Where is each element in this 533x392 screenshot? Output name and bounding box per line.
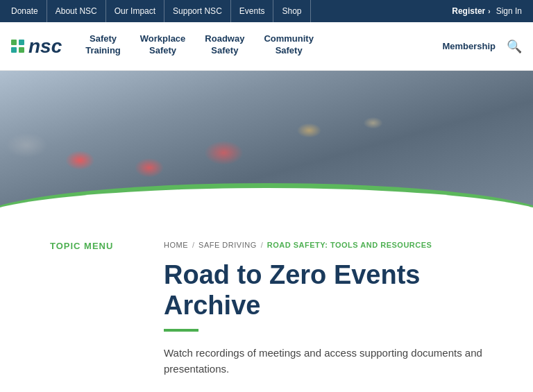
utility-bar: Donate About NSC Our Impact Support NSC … <box>0 0 533 22</box>
register-label: Register <box>452 6 485 16</box>
logo-dot-2 <box>19 40 24 45</box>
logo-dot-1 <box>11 40 17 45</box>
hero-section <box>0 71 533 220</box>
logo[interactable]: nsc <box>11 35 62 58</box>
search-button[interactable]: 🔍 <box>507 39 522 54</box>
main-nav: nsc SafetyTraining WorkplaceSafety Roadw… <box>0 22 533 71</box>
shop-link[interactable]: Shop <box>273 0 310 22</box>
signin-link[interactable]: Sign In <box>496 6 522 16</box>
breadcrumb-sep-1: / <box>192 241 194 249</box>
page-description: Watch recordings of meetings and access … <box>164 346 508 377</box>
main-content: Home / Safe Driving / Road Safety: Tools… <box>136 241 508 392</box>
content-area: TOPIC MENU Home / Safe Driving / Road Sa… <box>0 220 533 392</box>
nav-items: SafetyTraining WorkplaceSafety RoadwaySa… <box>76 22 442 71</box>
title-underline <box>164 329 198 332</box>
logo-text: nsc <box>28 35 62 58</box>
events-link[interactable]: Events <box>231 0 274 22</box>
breadcrumb-current: Road Safety: Tools and Resources <box>267 241 432 249</box>
logo-dot-3 <box>11 47 17 53</box>
logo-grid <box>11 40 24 53</box>
page-title: Road to Zero Events Archive <box>164 260 508 321</box>
nav-safety-training[interactable]: SafetyTraining <box>76 22 130 71</box>
utility-bar-left: Donate About NSC Our Impact Support NSC … <box>11 0 452 22</box>
content-with-sidebar: TOPIC MENU Home / Safe Driving / Road Sa… <box>0 220 533 392</box>
breadcrumb-safe-driving[interactable]: Safe Driving <box>198 241 257 249</box>
nav-membership[interactable]: Membership <box>442 41 496 51</box>
donate-link[interactable]: Donate <box>11 0 47 22</box>
support-nsc-link[interactable]: Support NSC <box>164 0 231 22</box>
utility-bar-right: Register › Sign In <box>452 6 522 16</box>
breadcrumb: Home / Safe Driving / Road Safety: Tools… <box>164 241 508 249</box>
search-icon: 🔍 <box>507 40 522 53</box>
sidebar-column: TOPIC MENU <box>25 241 136 392</box>
nav-workplace-safety[interactable]: WorkplaceSafety <box>130 22 196 71</box>
nav-roadway-safety[interactable]: RoadwaySafety <box>195 22 254 71</box>
breadcrumb-home[interactable]: Home <box>164 241 188 249</box>
register-button[interactable]: Register › <box>452 6 490 16</box>
nav-right: Membership 🔍 <box>442 39 522 54</box>
breadcrumb-sep-2: / <box>261 241 263 249</box>
logo-dot-4 <box>19 47 24 53</box>
topic-menu-label: TOPIC MENU <box>50 241 113 251</box>
our-impact-link[interactable]: Our Impact <box>106 0 164 22</box>
nav-community-safety[interactable]: CommunitySafety <box>254 22 323 71</box>
about-nsc-link[interactable]: About NSC <box>47 0 106 22</box>
register-chevron-icon: › <box>488 8 490 15</box>
